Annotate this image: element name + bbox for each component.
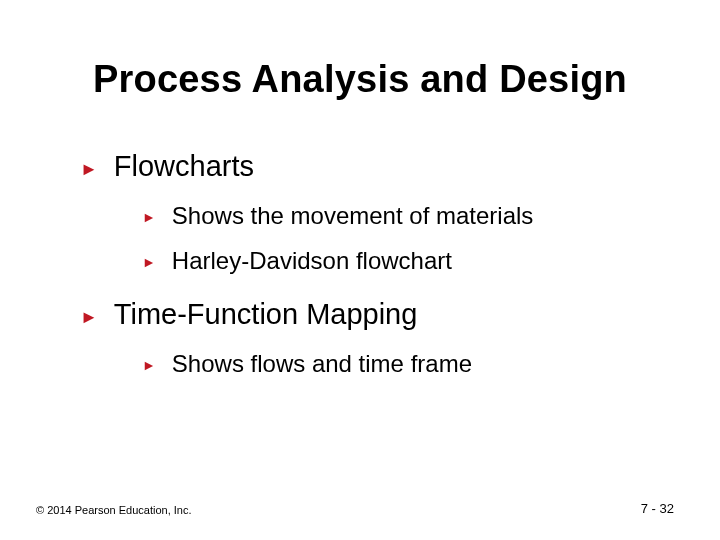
slide-title: Process Analysis and Design xyxy=(0,58,720,101)
bullet-level2: ► Shows the movement of materials xyxy=(142,202,660,231)
footer-copyright: © 2014 Pearson Education, Inc. xyxy=(36,504,191,516)
bullet-level2: ► Harley-Davidson flowchart xyxy=(142,247,660,276)
triangle-bullet-icon: ► xyxy=(142,203,156,231)
bullet-level1: ► Time-Function Mapping xyxy=(80,298,660,334)
bullet-level1: ► Flowcharts xyxy=(80,150,660,186)
slide: Process Analysis and Design ► Flowcharts… xyxy=(0,0,720,540)
triangle-bullet-icon: ► xyxy=(80,300,98,334)
item-text: Shows flows and time frame xyxy=(172,350,472,378)
slide-content: ► Flowcharts ► Shows the movement of mat… xyxy=(80,150,660,387)
triangle-bullet-icon: ► xyxy=(142,248,156,276)
item-text: Shows the movement of materials xyxy=(172,202,534,230)
bullet-level2: ► Shows flows and time frame xyxy=(142,350,660,379)
item-text: Harley-Davidson flowchart xyxy=(172,247,452,275)
heading-text: Flowcharts xyxy=(114,150,254,183)
heading-text: Time-Function Mapping xyxy=(114,298,418,331)
triangle-bullet-icon: ► xyxy=(142,351,156,379)
triangle-bullet-icon: ► xyxy=(80,152,98,186)
footer-page-number: 7 - 32 xyxy=(641,501,674,516)
